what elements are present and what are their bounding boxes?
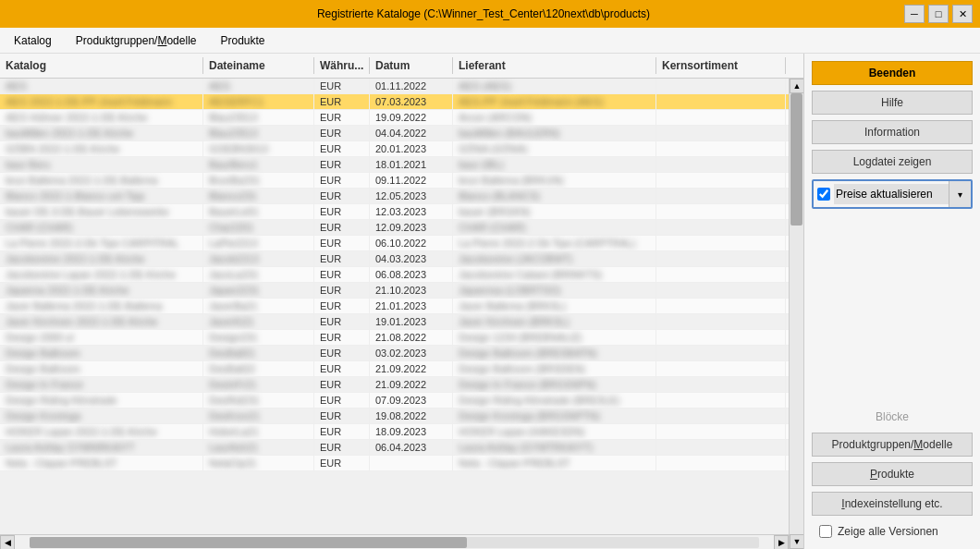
cell-katalog: Design In France — [0, 377, 203, 392]
menu-item-produkte[interactable]: Produkte — [210, 30, 275, 51]
table-row[interactable]: brun Ballema 2022-1-DE-BallemaBrunBa231E… — [0, 173, 789, 189]
table-row[interactable]: Javer Ballema 2022-1-DE-BallemaJaverBa21… — [0, 299, 789, 314]
table-row[interactable]: Design In FranceDesInFr21EUR21.09.2022De… — [0, 377, 789, 393]
cell-datum: 01.11.2022 — [370, 79, 453, 93]
cell-datum: 21.08.2022 — [370, 330, 453, 345]
cell-katalog: brun Ballema 2022-1-DE-Ballema — [0, 173, 203, 188]
cell-kernsortiment — [656, 314, 786, 329]
table-row[interactable]: baur BeruBaurBeru1EUR18.01.2021baur (IBL… — [0, 157, 789, 173]
cell-dateiname: LaurAsh21 — [203, 440, 314, 455]
bloecke-label: Blöcke — [812, 407, 973, 427]
scroll-v-track[interactable] — [790, 93, 803, 534]
table-row[interactable]: AEGAEGEUR01.11.2022AEG (AEG) — [0, 79, 789, 94]
scroll-right-arrow[interactable]: ▶ — [774, 535, 789, 550]
scroll-down-button[interactable]: ▼ — [790, 534, 803, 549]
cell-datum: 06.08.2023 — [370, 267, 453, 282]
cell-datum: 03.02.2023 — [370, 346, 453, 360]
table-row[interactable]: Jacobsreine 2022-1-DE-KircheJacob2213EUR… — [0, 251, 789, 267]
produkte-button[interactable]: Produkte — [812, 462, 973, 486]
table-row[interactable]: Design Riding KlinstradeDesRid231EUR07.0… — [0, 393, 789, 409]
cell-lieferant: Japannsa (LOBRTSO) — [453, 283, 656, 298]
table-row[interactable]: bauMillen 2022-1-DE-KircheBlau23513EUR04… — [0, 126, 789, 141]
cell-dateiname: Blanco231 — [203, 189, 314, 203]
cell-datum: 09.11.2022 — [370, 173, 453, 188]
table-row[interactable]: CHAR (CHAR)Char2201EUR12.09.2023CHAR (CH… — [0, 220, 789, 236]
cell-kernsortiment — [656, 220, 786, 235]
zeige-alle-checkbox[interactable] — [819, 525, 832, 538]
cell-kernsortiment — [656, 236, 786, 250]
preise-checkbox[interactable] — [817, 188, 830, 201]
table-body[interactable]: AEGAEGEUR01.11.2022AEG (AEG)AEG 2022-1-D… — [0, 79, 789, 534]
cell-lieferant: Design Ballroom (BRESBATN) — [453, 346, 656, 360]
menu-item-produktgruppen[interactable]: Produktgruppen/Modelle — [66, 30, 207, 51]
scroll-h-track[interactable] — [30, 537, 759, 548]
vertical-scrollbar[interactable]: ▲ ▼ — [789, 79, 803, 549]
cell-wahrung: EUR — [314, 267, 370, 282]
table-row[interactable]: Japanna 2022-1-DE-KircheJapan2231EUR21.1… — [0, 283, 789, 299]
cell-wahrung: EUR — [314, 314, 370, 329]
cell-wahrung: EUR — [314, 424, 370, 439]
cell-wahrung: EUR — [314, 79, 370, 93]
table-row[interactable]: Laura Ashlay GYMNRKAIYTLaurAsh21EUR06.04… — [0, 440, 789, 456]
scroll-left-arrow[interactable]: ◀ — [0, 535, 15, 550]
cell-kernsortiment — [656, 283, 786, 298]
scroll-up-button[interactable]: ▲ — [790, 79, 803, 93]
cell-datum: 21.10.2023 — [370, 283, 453, 298]
table-row[interactable]: Design KroningaDesKron21EUR19.08.2022Des… — [0, 409, 789, 424]
cell-kernsortiment — [656, 456, 786, 470]
cell-wahrung: EUR — [314, 409, 370, 423]
cell-lieferant: brun Ballema (BRKUN) — [453, 173, 656, 188]
beenden-button[interactable]: Beenden — [812, 61, 973, 85]
cell-lieferant: Design Kroninga (BRGSNPTN) — [453, 409, 656, 423]
cell-katalog: Javer Kirchnen 2022-1-DE-Kirche — [0, 314, 203, 329]
cell-dateiname: AEGERFC1 — [203, 94, 314, 109]
cell-kernsortiment — [656, 409, 786, 423]
table-row[interactable]: Design BallroomDesBall21EUR03.02.2023Des… — [0, 346, 789, 361]
table-row[interactable]: Design 2000 ulDesign231EUR21.08.2022Desi… — [0, 330, 789, 346]
cell-lieferant: Laura Ashlay (GYMTRKAIYT) — [453, 440, 656, 455]
cell-lieferant: Design Ballroom (BRSDEN) — [453, 361, 656, 376]
table-row[interactable]: bauer DE-3-DE-Bauer LebenswerkeBauerLe01… — [0, 204, 789, 220]
close-button[interactable]: ✕ — [952, 5, 973, 23]
hilfe-button[interactable]: Hilfe — [812, 91, 973, 115]
table-row[interactable]: Nela - Clapan PREBLSTNelaClp21EURNela - … — [0, 456, 789, 471]
menu-item-katalog[interactable]: Katalog — [4, 30, 62, 51]
information-button[interactable]: Information — [812, 120, 973, 144]
preise-label[interactable]: Preise aktualisieren — [834, 184, 949, 204]
produktgruppen-button[interactable]: Produktgruppen/Modelle — [812, 433, 973, 457]
table-row[interactable]: HOKER Lapan 2022-1-DE-KircheHokerLa21EUR… — [0, 424, 789, 440]
cell-katalog: AEG — [0, 79, 203, 93]
table-row[interactable]: La Pierre 2022-2-Dk Tipe CARPITRALLaPie2… — [0, 236, 789, 251]
cell-dateiname: JaverKi21 — [203, 314, 314, 329]
table-row[interactable]: Blanco 2022-1-Blanco unt TippBlanco231EU… — [0, 189, 789, 204]
cell-kernsortiment — [656, 330, 786, 345]
table-row[interactable]: Design BallroomDesBall22EUR21.09.2022Des… — [0, 361, 789, 377]
minimize-button[interactable]: ─ — [904, 5, 925, 23]
cell-datum — [370, 456, 453, 470]
cell-dateiname: DesKron21 — [203, 409, 314, 423]
cell-dateiname: HokerLa21 — [203, 424, 314, 439]
logdatei-button[interactable]: Logdatei zeigen — [812, 150, 973, 174]
zeige-alle-label: Zeige alle Versionen — [838, 525, 938, 538]
table-row[interactable]: GÖBN 2022-1-DE-KircheGOEBN3013EUR20.01.2… — [0, 141, 789, 157]
index-button[interactable]: Indexeinstellung etc. — [812, 492, 973, 516]
cell-wahrung: EUR — [314, 283, 370, 298]
cell-wahrung: EUR — [314, 94, 370, 109]
table-row[interactable]: AEG Hühner 2022-1-DE-KircheBlau23513EUR1… — [0, 110, 789, 126]
scroll-h-thumb — [30, 537, 467, 548]
maximize-button[interactable]: □ — [928, 5, 949, 23]
table-row[interactable]: AEG 2022-1-DE-PP-Josef-FeldmannAEGERFC1E… — [0, 94, 789, 110]
cell-lieferant: Design Riding Klinstrade (BRESLE) — [453, 393, 656, 408]
cell-datum: 04.04.2022 — [370, 126, 453, 140]
cell-katalog: Japanna 2022-1-DE-Kirche — [0, 283, 203, 298]
table-row[interactable]: Javer Kirchnen 2022-1-DE-KircheJaverKi21… — [0, 314, 789, 330]
cell-katalog: Laura Ashlay GYMNRKAIYT — [0, 440, 203, 455]
table-row[interactable]: Jacobsreine Lapan 2022-1-DE-KircheJacoLa… — [0, 267, 789, 283]
cell-katalog: AEG Hühner 2022-1-DE-Kirche — [0, 110, 203, 125]
preise-dropdown-arrow[interactable]: ▾ — [949, 181, 971, 207]
cell-dateiname: DesInFr21 — [203, 377, 314, 392]
cell-datum: 12.09.2023 — [370, 220, 453, 235]
horizontal-scrollbar[interactable]: ◀ ▶ — [0, 534, 789, 549]
cell-katalog: Design 2000 ul — [0, 330, 203, 345]
cell-lieferant: Jacobsreine Cabani (BRINKTS) — [453, 267, 656, 282]
